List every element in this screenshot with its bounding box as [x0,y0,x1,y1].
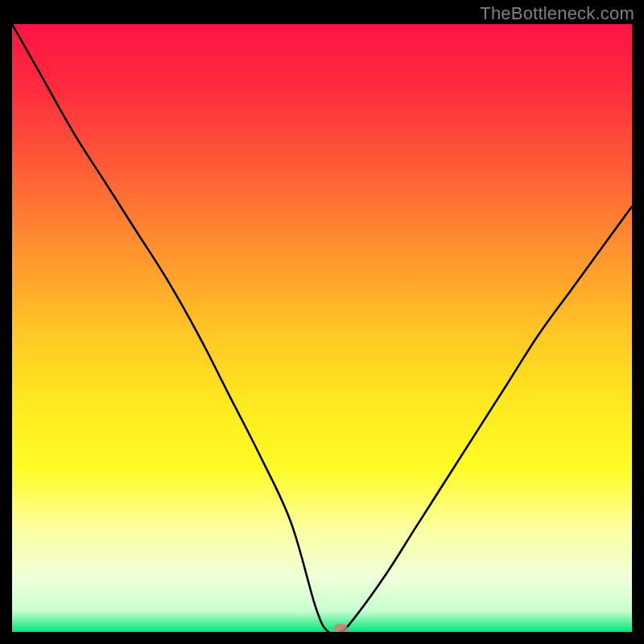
bottleneck-chart [12,24,632,632]
plot-area [12,24,632,632]
gradient-background [12,24,632,632]
watermark-text: TheBottleneck.com [480,3,634,24]
chart-frame: TheBottleneck.com [0,0,644,644]
